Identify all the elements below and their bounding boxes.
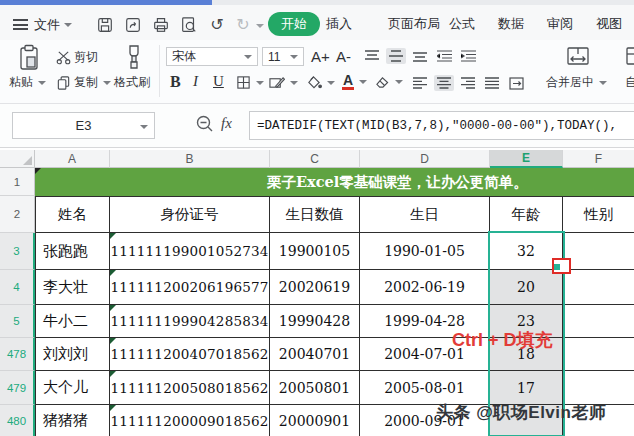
- cell-f479[interactable]: [563, 371, 634, 405]
- format-painter-brush-icon[interactable]: [122, 44, 146, 71]
- cell-c479[interactable]: 20050801: [270, 371, 360, 405]
- cell-b2[interactable]: 身份证号: [110, 196, 270, 233]
- cell-d3[interactable]: 1990-01-05: [360, 233, 490, 270]
- tab-formulas[interactable]: 公式: [449, 15, 475, 33]
- borders-button[interactable]: [236, 75, 264, 90]
- wrap-text-icon[interactable]: [625, 46, 634, 66]
- row-header-479[interactable]: 479: [0, 371, 35, 405]
- cell-d479[interactable]: 2005-08-01: [360, 371, 490, 405]
- cell-a2[interactable]: 姓名: [35, 196, 110, 233]
- column-header-e[interactable]: E: [490, 150, 563, 168]
- row-header-478[interactable]: 478: [0, 338, 35, 371]
- paste-button[interactable]: 粘贴: [9, 74, 46, 91]
- file-menu[interactable]: 文件: [34, 16, 60, 34]
- save-icon[interactable]: [95, 16, 115, 34]
- cell-f3[interactable]: [563, 233, 634, 270]
- row-header-2[interactable]: 2: [0, 196, 35, 233]
- tab-insert[interactable]: 插入: [326, 15, 352, 33]
- cell-a4[interactable]: 李大壮: [35, 270, 110, 305]
- copy-button[interactable]: 复制: [56, 74, 111, 91]
- wrap-text-button[interactable]: 自: [625, 74, 634, 91]
- row-header-480[interactable]: 480: [0, 405, 35, 436]
- cell-d2[interactable]: 生日: [360, 196, 490, 233]
- formula-input[interactable]: =DATEDIF(TEXT(MID(B3,7,8),″0000-00-00″),…: [249, 111, 634, 140]
- clear-format-button[interactable]: [374, 75, 403, 89]
- cell-b3[interactable]: 111111199001052734: [110, 233, 270, 270]
- cell-e4[interactable]: 20: [490, 270, 563, 305]
- column-header-d[interactable]: D: [360, 150, 490, 168]
- justify-button[interactable]: [482, 75, 502, 91]
- decrease-indent-button[interactable]: [434, 48, 454, 64]
- cell-a479[interactable]: 大个儿: [35, 371, 110, 405]
- increase-indent-button[interactable]: [458, 48, 478, 64]
- column-header-f[interactable]: F: [563, 150, 634, 168]
- cell-b479[interactable]: 111111200508018562: [110, 371, 270, 405]
- cell-e2[interactable]: 年龄: [490, 196, 563, 233]
- align-bottom-button[interactable]: [410, 48, 430, 64]
- tab-data[interactable]: 数据: [498, 15, 524, 33]
- increase-font-size-button[interactable]: A+: [311, 48, 330, 65]
- file-menu-caret-icon[interactable]: [64, 23, 72, 27]
- export-icon[interactable]: [123, 16, 143, 34]
- font-color-button[interactable]: A: [342, 73, 367, 90]
- align-left-button[interactable]: [410, 75, 430, 91]
- format-painter-button[interactable]: 格式刷: [114, 74, 150, 91]
- insert-function-fx-button[interactable]: fx: [221, 115, 232, 132]
- align-right-button[interactable]: [458, 75, 478, 91]
- print-preview-icon[interactable]: [179, 16, 199, 34]
- shrink-text-button[interactable]: [506, 75, 526, 91]
- underline-button[interactable]: U: [213, 73, 224, 90]
- cell-a480[interactable]: 猪猪猪: [35, 405, 110, 436]
- cell-f4[interactable]: [563, 270, 634, 305]
- cell-f5[interactable]: [563, 305, 634, 338]
- banner-cell-a1[interactable]: 栗子Excel零基础课堂，让办公更简单。: [35, 168, 634, 196]
- column-header-a[interactable]: A: [35, 150, 110, 168]
- fill-handle-highlight-box[interactable]: [552, 258, 571, 274]
- select-all-corner[interactable]: [0, 150, 35, 168]
- column-header-c[interactable]: C: [270, 150, 360, 168]
- fill-handle-icon[interactable]: [554, 264, 560, 270]
- redo-icon[interactable]: ↻: [233, 16, 253, 34]
- cut-button[interactable]: 剪切: [56, 49, 98, 66]
- undo-icon[interactable]: ↺: [207, 16, 227, 34]
- cell-c2[interactable]: 生日数值: [270, 196, 360, 233]
- italic-button[interactable]: I: [193, 73, 198, 90]
- cell-b4[interactable]: 111111200206196577: [110, 270, 270, 305]
- align-top-button[interactable]: [362, 48, 382, 64]
- cell-c4[interactable]: 20020619: [270, 270, 360, 305]
- cell-f478[interactable]: [563, 338, 634, 371]
- fill-color-button[interactable]: [306, 75, 335, 90]
- row-header-5[interactable]: 5: [0, 305, 35, 338]
- cell-c478[interactable]: 20040701: [270, 338, 360, 371]
- align-middle-button[interactable]: [386, 48, 406, 64]
- cell-c3[interactable]: 19900105: [270, 233, 360, 270]
- merge-center-button[interactable]: 合并居中: [546, 74, 607, 91]
- tab-review[interactable]: 审阅: [547, 15, 573, 33]
- merge-center-icon[interactable]: [566, 46, 590, 66]
- cell-a3[interactable]: 张跑跑: [35, 233, 110, 270]
- cell-c5[interactable]: 19990428: [270, 305, 360, 338]
- tab-view[interactable]: 视图: [596, 15, 622, 33]
- font-name-select[interactable]: 宋体: [166, 47, 258, 66]
- cell-d4[interactable]: 2002-06-19: [360, 270, 490, 305]
- name-box[interactable]: E3: [12, 112, 155, 139]
- tab-home[interactable]: 开始: [268, 12, 320, 36]
- cell-b478[interactable]: 111111200407018562: [110, 338, 270, 371]
- zoom-search-icon[interactable]: [194, 113, 216, 139]
- tab-page-layout[interactable]: 页面布局: [388, 15, 440, 33]
- decrease-font-size-button[interactable]: A-: [336, 48, 351, 65]
- cell-a5[interactable]: 牛小二: [35, 305, 110, 338]
- draw-border-button[interactable]: [268, 75, 298, 90]
- cell-e479[interactable]: 17: [490, 371, 563, 405]
- row-header-1[interactable]: 1: [0, 168, 35, 196]
- row-header-4[interactable]: 4: [0, 270, 35, 305]
- print-icon[interactable]: [151, 16, 171, 34]
- cell-f2[interactable]: 性别: [563, 196, 634, 233]
- paste-clipboard-icon[interactable]: [16, 44, 42, 72]
- cell-b5[interactable]: 111111199904285834: [110, 305, 270, 338]
- cell-c480[interactable]: 20000901: [270, 405, 360, 436]
- font-size-select[interactable]: 11: [262, 47, 304, 66]
- row-header-3[interactable]: 3: [0, 233, 35, 270]
- column-header-b[interactable]: B: [110, 150, 270, 168]
- cell-a478[interactable]: 刘刘刘: [35, 338, 110, 371]
